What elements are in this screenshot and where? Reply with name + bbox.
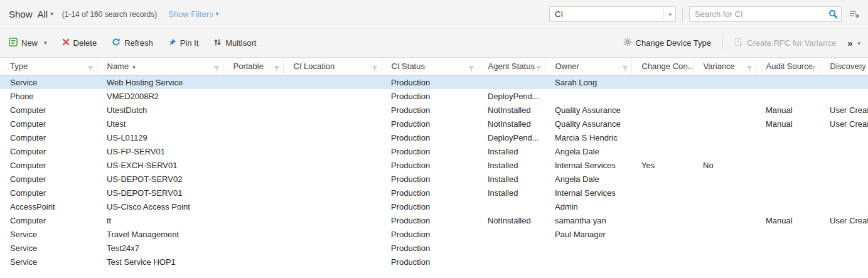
column-header-ci_location[interactable]: CI Location xyxy=(283,58,381,75)
cell-audit_source: Manual xyxy=(756,117,820,131)
cell-owner: Sarah Long xyxy=(545,75,631,89)
column-header-ci_status[interactable]: CI Status xyxy=(381,58,478,75)
column-header-label: Variance xyxy=(704,61,735,71)
table-row[interactable]: ComputerUS-EXCH-SERV01ProductionInstalle… xyxy=(0,158,868,172)
cell-change_con xyxy=(631,172,693,186)
table-row[interactable]: ServiceTest Service HOP1Production xyxy=(0,255,868,269)
column-header-agent_status[interactable]: Agent Status xyxy=(478,58,545,75)
filter-funnel-icon[interactable] xyxy=(746,64,753,73)
sort-indicator-icon: ▾ xyxy=(132,64,136,70)
filter-funnel-icon[interactable] xyxy=(683,64,690,73)
cell-type: Computer xyxy=(0,131,97,144)
cell-portable xyxy=(223,131,283,144)
column-header-label: Portable xyxy=(233,61,264,71)
table-row[interactable]: ServiceWeb Hosting ServiceProductionSara… xyxy=(0,75,868,89)
cell-discovery xyxy=(820,255,868,269)
pin-icon xyxy=(168,38,176,48)
cell-discovery: User Creat... xyxy=(820,117,868,131)
cell-portable xyxy=(223,227,283,241)
column-header-audit_source[interactable]: Audit Source xyxy=(756,58,820,75)
cell-ci_status: Production xyxy=(381,227,478,241)
column-header-name[interactable]: Name▾ xyxy=(97,58,223,75)
topbar-left: Show All ▾ (1-14 of 160 search records) … xyxy=(9,9,218,19)
table-row[interactable]: ComputerUS-FP-SERV01ProductionInstalledA… xyxy=(0,144,868,158)
column-header-label: CI Location xyxy=(294,61,335,71)
table-row[interactable]: ComputerUS-DEPOT-SERV02ProductionInstall… xyxy=(0,172,868,186)
column-header-portable[interactable]: Portable xyxy=(223,58,283,75)
cell-name: US-FP-SERV01 xyxy=(97,144,223,158)
cell-ci_status: Production xyxy=(381,144,478,158)
toolbar-menu-chevron-icon[interactable]: ▾ xyxy=(857,40,860,46)
table-row[interactable]: ServiceTravel ManagementProductionPaul M… xyxy=(0,227,868,241)
cell-change_con: Yes xyxy=(631,158,693,172)
cell-ci_status: Production xyxy=(381,241,478,255)
cell-agent_status: Installed xyxy=(478,144,545,158)
cell-ci_location xyxy=(283,75,381,89)
column-header-variance[interactable]: Variance xyxy=(693,58,756,75)
cell-owner: Internal Services xyxy=(545,158,631,172)
cell-name: US-Cisco Access Point xyxy=(97,200,223,213)
add-search-icon[interactable] xyxy=(849,9,860,19)
pin-it-button[interactable]: Pin It xyxy=(168,38,199,48)
cell-agent_status xyxy=(478,200,545,213)
delete-button[interactable]: Delete xyxy=(62,38,97,48)
cell-agent_status: DeployPend... xyxy=(478,89,545,103)
table-row[interactable]: ServiceTest24x7Production xyxy=(0,241,868,255)
filter-funnel-icon[interactable] xyxy=(622,64,628,73)
cell-variance xyxy=(693,75,756,89)
multisort-button-label: Multisort xyxy=(225,38,256,48)
table-row[interactable]: ComputerUS-L01129ProductionDeployPend...… xyxy=(0,131,868,144)
cell-audit_source xyxy=(756,158,820,172)
filter-funnel-icon[interactable] xyxy=(274,64,280,73)
create-rfc-label: Create RFC for Variance xyxy=(747,38,836,48)
filter-funnel-icon[interactable] xyxy=(468,64,474,73)
cell-audit_source xyxy=(756,89,820,103)
cell-variance xyxy=(693,131,756,144)
filter-funnel-icon[interactable] xyxy=(859,64,865,73)
filter-funnel-icon[interactable] xyxy=(810,64,817,73)
cell-discovery xyxy=(820,158,868,172)
table-row[interactable]: AccessPointUS-Cisco Access PointProducti… xyxy=(0,200,868,213)
ci-table: TypeName▾PortableCI LocationCI StatusAge… xyxy=(0,58,868,269)
cell-ci_location xyxy=(283,103,381,117)
cell-agent_status: NotInstalled xyxy=(478,117,545,131)
cell-discovery: User Creat... xyxy=(820,103,868,117)
column-header-label: Name xyxy=(107,61,129,71)
cell-ci_location xyxy=(283,117,381,131)
cell-name: Test24x7 xyxy=(97,241,223,255)
column-header-change_con[interactable]: Change Con... xyxy=(631,58,693,75)
cell-portable xyxy=(223,241,283,255)
filter-funnel-icon[interactable] xyxy=(213,64,220,73)
filter-funnel-icon[interactable] xyxy=(87,64,94,73)
table-row[interactable]: ComputerUtestProductionNotInstalledQuali… xyxy=(0,117,868,131)
new-button[interactable]: New ▾ xyxy=(9,38,47,48)
search-input[interactable] xyxy=(689,6,842,22)
refresh-button[interactable]: Refresh xyxy=(112,38,153,48)
multisort-button[interactable]: Multisort xyxy=(213,38,256,48)
cell-type: AccessPoint xyxy=(0,200,97,213)
show-filters-link[interactable]: Show Filters ▾ xyxy=(168,9,218,19)
table-row[interactable]: ComputerUS-DEPOT-SERV01ProductionInstall… xyxy=(0,186,868,200)
cell-change_con xyxy=(631,103,693,117)
cell-ci_location xyxy=(283,213,381,227)
table-row[interactable]: PhoneVMED2008R2ProductionDeployPend... xyxy=(0,89,868,103)
search-icon[interactable] xyxy=(828,9,838,19)
toolbar-overflow-button[interactable]: » xyxy=(847,38,852,48)
column-header-discovery[interactable]: Discovery xyxy=(820,58,868,75)
filter-funnel-icon[interactable] xyxy=(535,64,542,73)
search-type-dropdown[interactable]: CI ▾ xyxy=(549,6,676,22)
filter-funnel-icon[interactable] xyxy=(372,64,378,73)
table-row[interactable]: ComputerttProductionNotInstalledsamantha… xyxy=(0,213,868,227)
chevron-down-icon: ▾ xyxy=(44,40,47,46)
show-scope-dropdown[interactable]: All ▾ xyxy=(38,9,53,19)
cell-variance: No xyxy=(693,158,756,172)
column-header-type[interactable]: Type xyxy=(0,58,97,75)
change-device-type-button[interactable]: Change Device Type xyxy=(623,38,711,48)
cell-type: Computer xyxy=(0,213,97,227)
pin-it-button-label: Pin It xyxy=(180,38,199,48)
cell-portable xyxy=(223,75,283,89)
create-rfc-button[interactable]: Create RFC for Variance xyxy=(734,38,836,48)
column-header-owner[interactable]: Owner xyxy=(545,58,631,75)
table-row[interactable]: ComputerUtestDutchProductionNotInstalled… xyxy=(0,103,868,117)
cell-name: tt xyxy=(97,213,223,227)
